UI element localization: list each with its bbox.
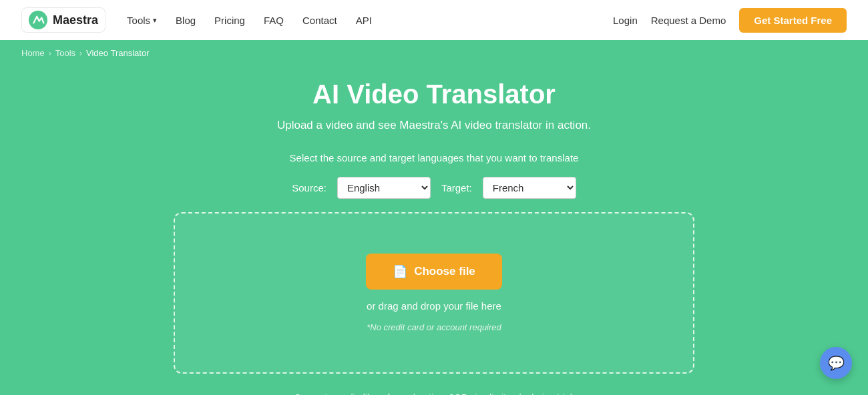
- logo-icon: [29, 11, 47, 29]
- language-selector-row: Source: English Spanish German French It…: [292, 177, 576, 199]
- nav-blog-link[interactable]: Blog: [176, 15, 196, 26]
- file-drop-zone[interactable]: 📄 Choose file or drag and drop your file…: [174, 212, 694, 374]
- chat-icon: 💬: [828, 355, 845, 371]
- get-started-button[interactable]: Get Started Free: [739, 8, 847, 33]
- logo-text: Maestra: [53, 13, 98, 27]
- request-demo-link[interactable]: Request a Demo: [651, 15, 726, 26]
- breadcrumb-sep-2: ›: [79, 49, 82, 58]
- support-note: Supports media files of any duration, 2G…: [294, 392, 574, 395]
- lang-instruction: Select the source and target languages t…: [290, 152, 579, 163]
- nav-right: Login Request a Demo Get Started Free: [613, 8, 847, 33]
- page-title: AI Video Translator: [312, 79, 556, 109]
- chat-bubble[interactable]: 💬: [820, 347, 852, 379]
- choose-file-button[interactable]: 📄 Choose file: [366, 254, 502, 290]
- target-language-select[interactable]: French Spanish German English Italian Po…: [483, 177, 576, 199]
- page-subtitle: Upload a video and see Maestra's AI vide…: [277, 119, 591, 132]
- nav-links: Tools Blog Pricing FAQ Contact API: [127, 15, 613, 26]
- breadcrumb-tools[interactable]: Tools: [55, 48, 75, 58]
- breadcrumb-current: Video Translator: [86, 48, 149, 58]
- breadcrumb-home[interactable]: Home: [21, 48, 45, 58]
- target-label: Target:: [441, 182, 472, 193]
- navbar: Maestra Tools Blog Pricing FAQ Contact A…: [0, 0, 868, 40]
- main-content: AI Video Translator Upload a video and s…: [0, 66, 868, 395]
- nav-contact-link[interactable]: Contact: [302, 15, 337, 26]
- nav-faq-link[interactable]: FAQ: [264, 15, 284, 26]
- breadcrumb: Home › Tools › Video Translator: [0, 40, 868, 66]
- breadcrumb-sep-1: ›: [49, 49, 51, 58]
- file-icon: 📄: [393, 264, 407, 279]
- drop-text: or drag and drop your file here: [367, 300, 501, 312]
- logo[interactable]: Maestra: [21, 7, 105, 33]
- login-link[interactable]: Login: [613, 15, 638, 26]
- nav-api-link[interactable]: API: [356, 15, 372, 26]
- no-credit-card-text: *No credit card or account required: [367, 322, 501, 332]
- source-language-select[interactable]: English Spanish German French Italian Po…: [337, 177, 431, 199]
- choose-file-label: Choose file: [414, 265, 475, 278]
- nav-tools-link[interactable]: Tools: [127, 15, 157, 26]
- nav-pricing-link[interactable]: Pricing: [214, 15, 245, 26]
- source-label: Source:: [292, 182, 327, 193]
